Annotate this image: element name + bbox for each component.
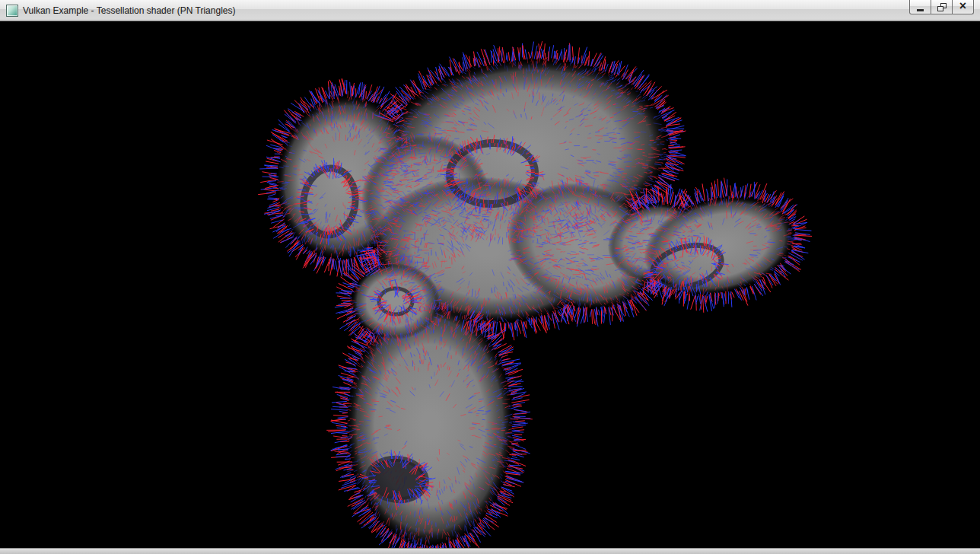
app-icon[interactable] [6, 5, 18, 17]
window-frame-bottom[interactable] [0, 548, 980, 554]
minimize-button[interactable] [909, 0, 931, 14]
window-title: Vulkan Example - Tessellation shader (PN… [23, 5, 235, 16]
minimize-icon [917, 9, 924, 11]
app-window: Vulkan Example - Tessellation shader (PN… [0, 0, 980, 554]
restore-icon [937, 3, 947, 11]
close-button[interactable]: × [952, 0, 974, 14]
restore-button[interactable] [931, 0, 953, 14]
titlebar[interactable]: Vulkan Example - Tessellation shader (PN… [0, 0, 980, 21]
render-viewport[interactable] [0, 21, 980, 548]
window-controls: × [909, 0, 974, 14]
viewport-canvas[interactable] [0, 21, 980, 548]
close-icon: × [959, 0, 966, 12]
